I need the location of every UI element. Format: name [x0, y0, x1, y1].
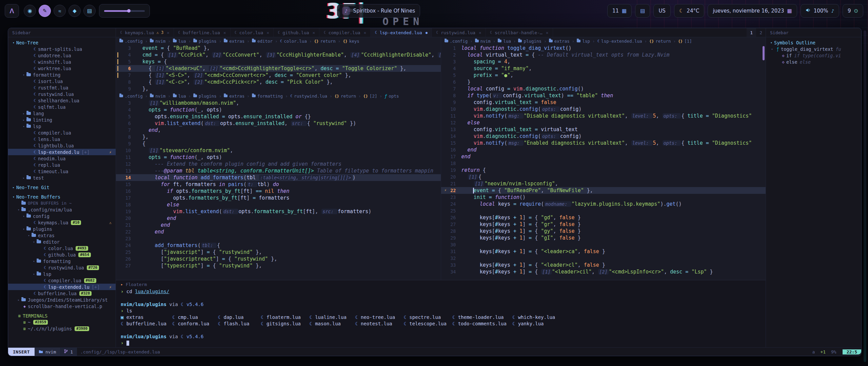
tab-close-icon[interactable]: × [546, 30, 549, 35]
tree-item-smart-splits.lua[interactable]: ☾smart-splits.lua [8, 46, 116, 52]
breadcrumb-formatting[interactable]: formatting [252, 94, 283, 99]
slider-fill[interactable] [104, 10, 129, 12]
tree-item-lsp-extended.lu[interactable]: ☾lsp-extended.lu[+]⚡ [8, 149, 116, 155]
tab-compiler.lua[interactable]: ☾compiler.lua× [319, 28, 371, 37]
section-neo-tree-buffers[interactable]: ▾Neo-Tree Buffers [8, 194, 116, 200]
tree-item-color.lua[interactable]: ☾color.lua#493 [8, 245, 116, 251]
breadcrumb-lsp[interactable]: lsp [577, 39, 590, 44]
notes-button[interactable]: ▤ [83, 5, 96, 17]
section-terminals[interactable]: ⊞TERMINALS [8, 312, 116, 319]
tab-close-icon[interactable]: × [223, 30, 226, 35]
tree-item-undotree.lua[interactable]: ☾undotree.lua [8, 52, 116, 59]
tree-item-OPEN BUFFERS in ~[interactable]: OPEN BUFFERS in ~ [8, 200, 116, 206]
shape-button[interactable]: ◆ [68, 5, 81, 17]
tab-github.lua[interactable]: ☾github.lua× [274, 28, 319, 37]
breadcrumb-.config[interactable]: .config [445, 39, 468, 44]
tree-item-lightbulb.lua[interactable]: ☾lightbulb.lua [8, 142, 116, 149]
breadcrumb-nvim[interactable]: nvim [475, 39, 491, 44]
tree-item-formatting[interactable]: ▾formatting [8, 258, 116, 264]
tree-item-github.lua[interactable]: ☾github.lua#654 [8, 251, 116, 258]
tree-item-neodim.lua[interactable]: ☾neodim.lua [8, 155, 116, 162]
tree-item-~/.c/n/l/plugins[interactable]: ⊞~/.c/n/l/plugins#3980 [8, 325, 116, 332]
section-neo-tree-git[interactable]: ▸Neo-Tree Git [8, 184, 116, 190]
breadcrumb-extras[interactable]: extras [549, 39, 570, 44]
volume-pill[interactable]: 100% ♪ [801, 4, 839, 18]
breadcrumb-lua[interactable]: lua [498, 39, 511, 44]
tab-modified-dot[interactable]: ● [426, 31, 428, 35]
tree-item-worktree.lua[interactable]: ☾worktree.lua [8, 65, 116, 72]
now-playing-pill[interactable]: ♪ Spiritbox - Rule Of Nines [337, 4, 420, 18]
breadcrumb-nvim[interactable]: nvim [150, 39, 165, 44]
tree-item-shellharden.lua[interactable]: ☾shellharden.lua [8, 97, 116, 104]
tree-item-.config/nvim/lua[interactable]: ▾.config/nvim/lua [8, 206, 116, 213]
tree-item-bufferline.lua[interactable]: ☾bufferline.lua#328 [8, 290, 116, 297]
breadcrumb-return[interactable]: {}return [335, 94, 356, 99]
power-button[interactable]: ◉ [24, 5, 36, 17]
symbols-outline-header[interactable]: ▾ Symbols Outline [766, 39, 861, 46]
tree-item-compiler.lua[interactable]: ☾compiler.lua [8, 129, 116, 136]
breadcrumb-lua[interactable]: lua [173, 39, 186, 44]
tree-item-repl.lua[interactable]: ☾repl.lua [8, 162, 116, 168]
scrollbar-handle[interactable] [763, 46, 765, 60]
tree-item-lang[interactable]: ▸lang [8, 110, 116, 117]
breadcrumb-[1][interactable]: {}[1] [678, 39, 692, 44]
tree-item-sqlfmt.lua[interactable]: ☾sqlfmt.lua [8, 104, 116, 110]
symbol-toggle_diag_virtext[interactable]: ▾ƒtoggle_diag_virtextfu [766, 46, 861, 52]
tree-item-linting[interactable]: ▸linting [8, 117, 116, 123]
tabpage-2[interactable]: 2 [756, 28, 766, 37]
breadcrumb-.config[interactable]: .config [119, 39, 143, 44]
tree-item-plugins[interactable]: ▾plugins [8, 226, 116, 232]
tree-item-lsp[interactable]: ▾lsp [8, 271, 116, 277]
breadcrumb-[2][interactable]: {}[2] [363, 94, 377, 99]
tree-item-compiler.lua[interactable]: ☾compiler.lua#682 [8, 277, 116, 284]
tab-keymaps.lua[interactable]: ☾keymaps.lua⚠ 3× [116, 28, 174, 37]
tree-item-rustfmt.lua[interactable]: ☾rustfmt.lua [8, 84, 116, 91]
tab-lsp-extended.lua[interactable]: ☾lsp-extended.lua● [371, 28, 432, 37]
weather-pill[interactable]: ☾ 24°C [674, 4, 705, 18]
breadcrumb-plugins[interactable]: plugins [518, 39, 541, 44]
symbol-else[interactable]: ◇elseelse [766, 59, 861, 65]
breadcrumb-keys[interactable]: {}keys [343, 39, 359, 44]
date-pill[interactable]: jueves, noviembre 16, 2023 ▦ [708, 4, 797, 18]
floaterm-window[interactable]: ▸ Floaterm › cd lua/plugins/nvim/lua/plu… [116, 280, 766, 347]
tree-item-lsp[interactable]: ▾lsp [8, 123, 116, 129]
code-area-color-lua[interactable]: 3 event = { "BufRead" },4 cmd = { [1]"Cc… [116, 45, 441, 92]
code-area-rustywind-lua[interactable]: 3 [1]"williamboman/mason.nvim",4 opts = … [116, 100, 441, 269]
tree-item-timeout.lua[interactable]: ☾timeout.lua [8, 168, 116, 175]
tab-close-icon[interactable]: × [313, 30, 315, 35]
tree-item-lsp-extended.lu[interactable]: ☾lsp-extended.lu[+]⚡ [8, 284, 116, 290]
tab-rustywind.lua[interactable]: ☾rustywind.lua× [432, 28, 486, 37]
wave-button[interactable]: ≈ [54, 5, 66, 17]
tree-item-rustywind.lua[interactable]: ☾rustywind.lua [8, 91, 116, 97]
breadcrumb-color.lua[interactable]: ☾color.lua [280, 39, 307, 44]
breadcrumb-editor[interactable]: editor [252, 39, 273, 44]
tree-item-config[interactable]: ▾config [8, 213, 116, 219]
slider-pill[interactable] [99, 4, 150, 18]
breadcrumb-opts[interactable]: ƒopts [384, 94, 399, 99]
tab-color.lua[interactable]: ☾color.lua× [231, 28, 274, 37]
tabpage-1[interactable]: 1 [747, 28, 756, 37]
symbol-if[interactable]: ◇ifif type(config.vi [766, 52, 861, 59]
breadcrumb-extras[interactable]: extras [224, 39, 244, 44]
code-area-lsp-extended-lua[interactable]: 1local function toggle_diag_virtext()2 l… [441, 45, 766, 275]
tree-item-Juegos/Indies/SteamLibrary/st[interactable]: ▸Juegos/Indies/SteamLibrary/st [8, 297, 116, 303]
slider-track[interactable] [104, 10, 145, 12]
breadcrumb-extras[interactable]: extras [224, 94, 244, 99]
clipboard-pill[interactable]: ▤ [635, 4, 650, 18]
tree-item-lens.lua[interactable]: ☾lens.lua [8, 136, 116, 142]
breadcrumb-rustywind.lua[interactable]: ☾rustywind.lua [290, 94, 327, 99]
tab-close-icon[interactable]: × [479, 30, 481, 35]
breadcrumb-lsp-extended.lua[interactable]: ☾lsp-extended.lua [597, 39, 642, 44]
tree-item-formatting[interactable]: ▾formatting [8, 72, 116, 78]
section-neo-tree[interactable]: ▾Neo-Tree [8, 39, 116, 46]
tree-item-extras[interactable]: ▾extras [8, 232, 116, 239]
terminal-output[interactable]: › cd lua/plugins/nvim/lua/plugins via ☾ … [116, 288, 766, 346]
tree-item-winshift.lua[interactable]: ☾winshift.lua [8, 59, 116, 65]
tree-item-scrollbar-handle-vertical.p[interactable]: ◈scrollbar-handle-vertical.p [8, 303, 116, 309]
breadcrumb-plugins[interactable]: plugins [193, 39, 217, 44]
launcher-button[interactable]: Λ [5, 4, 19, 18]
tree-item-~[interactable]: ⊞~#2859 [8, 319, 116, 325]
tree-item-keymaps.lua[interactable]: ☾keymaps.lua#10⚠ [8, 219, 116, 226]
breadcrumb-nvim[interactable]: nvim [150, 94, 165, 99]
tab-close-icon[interactable]: × [167, 30, 170, 35]
